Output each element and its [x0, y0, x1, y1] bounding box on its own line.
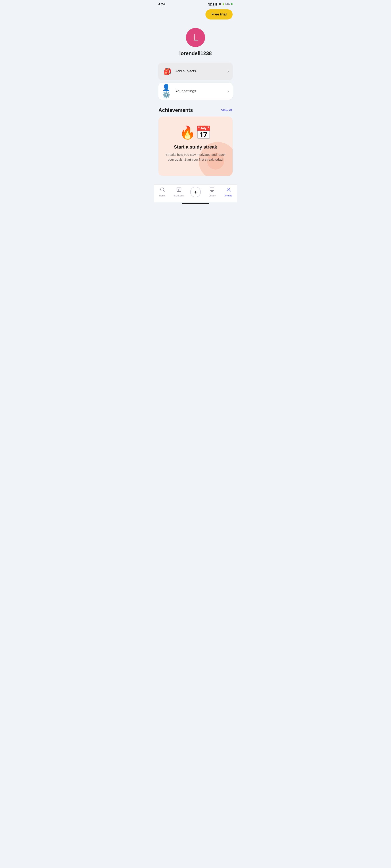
header-row: Free trial — [158, 7, 233, 24]
streak-icon: 🔥📅 — [180, 125, 211, 140]
status-bar: 4:24 2.09KB/s ▌▌▌ ⬛ 🔋 58% — [154, 0, 237, 7]
username: lorendeli1238 — [179, 51, 212, 56]
status-time: 4:24 — [158, 2, 165, 6]
solutions-icon — [176, 187, 181, 193]
nav-library[interactable]: Library — [206, 187, 218, 197]
battery-icon: 🔋 — [222, 3, 224, 5]
settings-icon: 👤⚙️ — [162, 86, 172, 96]
home-label: Home — [159, 194, 166, 197]
battery-percent: 58% — [225, 3, 230, 5]
svg-rect-2 — [177, 188, 181, 192]
profile-label: Profile — [225, 194, 232, 197]
library-icon — [210, 187, 215, 193]
network-speed: 2.09KB/s — [208, 2, 212, 6]
achievements-title: Achievements — [158, 107, 193, 113]
achievement-card-description: Streaks help you stay motivated and reac… — [163, 152, 228, 162]
profile-section: L lorendeli1238 — [158, 24, 233, 63]
bottom-nav: Home Solutions + Library — [154, 184, 237, 203]
add-subjects-icon: 🎒 — [162, 66, 172, 76]
avatar-letter: L — [193, 32, 198, 42]
svg-point-5 — [228, 188, 230, 190]
avatar: L — [186, 28, 205, 47]
nav-profile[interactable]: Profile — [222, 187, 235, 197]
main-content: Free trial L lorendeli1238 🎒 Add subject… — [154, 7, 237, 184]
settings-chevron: › — [227, 89, 229, 94]
nav-add[interactable]: + — [189, 187, 202, 197]
status-icons: 2.09KB/s ▌▌▌ ⬛ 🔋 58% — [208, 2, 233, 6]
signal-icon: ▌▌▌ — [213, 3, 218, 5]
achievement-card: 🔥📅 Start a study streak Streaks help you… — [158, 117, 233, 176]
achievement-card-title: Start a study streak — [174, 144, 217, 150]
add-subjects-label: Add subjects — [175, 69, 196, 73]
add-subjects-left: 🎒 Add subjects — [162, 66, 196, 76]
home-indicator — [182, 203, 209, 204]
svg-line-1 — [163, 191, 164, 192]
active-dot — [231, 3, 233, 5]
settings-item[interactable]: 👤⚙️ Your settings › — [158, 83, 233, 100]
plus-icon: + — [194, 189, 197, 195]
solutions-label: Solutions — [174, 194, 184, 197]
settings-label: Your settings — [175, 89, 196, 93]
home-icon — [160, 187, 165, 193]
view-all-button[interactable]: View all — [221, 108, 233, 112]
nav-home[interactable]: Home — [156, 187, 169, 197]
wifi-icon: ⬛ — [219, 3, 221, 5]
library-label: Library — [208, 194, 216, 197]
add-subjects-item[interactable]: 🎒 Add subjects › — [158, 63, 233, 80]
nav-solutions[interactable]: Solutions — [173, 187, 185, 197]
add-button[interactable]: + — [190, 187, 201, 197]
add-subjects-chevron: › — [227, 69, 229, 74]
achievements-header: Achievements View all — [158, 107, 233, 113]
menu-section: 🎒 Add subjects › 👤⚙️ Your settings › — [158, 63, 233, 100]
free-trial-button[interactable]: Free trial — [206, 9, 233, 20]
settings-left: 👤⚙️ Your settings — [162, 86, 196, 96]
achievements-section: Achievements View all 🔥📅 Start a study s… — [158, 107, 233, 176]
profile-icon — [226, 187, 231, 193]
